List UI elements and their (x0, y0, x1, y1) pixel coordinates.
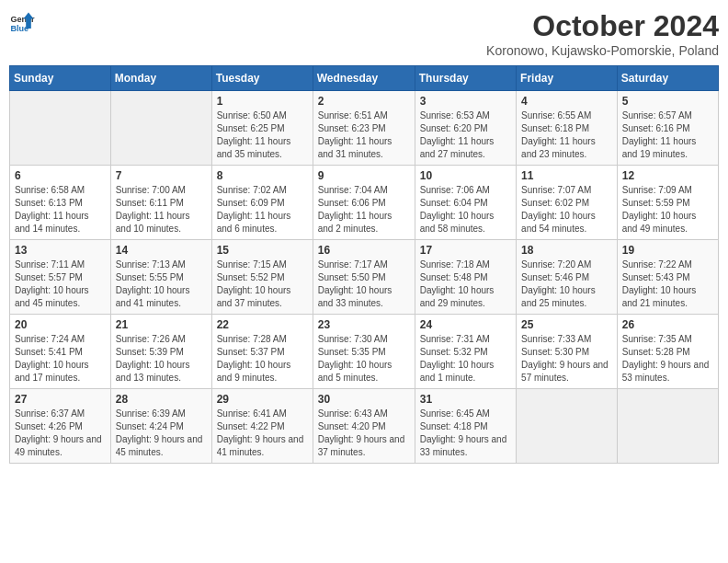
col-header-monday: Monday (110, 66, 211, 91)
col-header-thursday: Thursday (415, 66, 516, 91)
day-number: 30 (318, 393, 410, 406)
day-number: 31 (420, 393, 511, 406)
calendar-cell (10, 91, 111, 166)
calendar-cell: 6Sunrise: 6:58 AMSunset: 6:13 PMDaylight… (10, 166, 111, 240)
calendar-cell (517, 389, 618, 464)
day-info: Sunrise: 7:22 AMSunset: 5:43 PMDaylight:… (622, 259, 713, 310)
calendar-cell: 2Sunrise: 6:51 AMSunset: 6:23 PMDaylight… (313, 91, 415, 166)
calendar-cell: 5Sunrise: 6:57 AMSunset: 6:16 PMDaylight… (617, 91, 718, 166)
day-number: 2 (318, 95, 410, 108)
day-number: 17 (420, 244, 511, 257)
day-number: 21 (116, 318, 207, 331)
month-title: October 2024 (486, 9, 719, 43)
calendar-cell: 29Sunrise: 6:41 AMSunset: 4:22 PMDayligh… (211, 389, 313, 464)
col-header-friday: Friday (517, 66, 618, 91)
day-number: 29 (217, 393, 308, 406)
day-info: Sunrise: 7:02 AMSunset: 6:09 PMDaylight:… (217, 184, 308, 236)
calendar-cell: 13Sunrise: 7:11 AMSunset: 5:57 PMDayligh… (10, 240, 111, 315)
day-number: 27 (15, 393, 106, 406)
title-area: October 2024 Koronowo, Kujawsko-Pomorski… (486, 9, 719, 58)
calendar-cell: 19Sunrise: 7:22 AMSunset: 5:43 PMDayligh… (617, 240, 718, 315)
day-number: 25 (521, 318, 612, 331)
day-number: 23 (318, 318, 410, 331)
day-info: Sunrise: 7:31 AMSunset: 5:32 PMDaylight:… (420, 333, 511, 385)
day-info: Sunrise: 6:43 AMSunset: 4:20 PMDaylight:… (318, 408, 410, 459)
calendar-cell: 3Sunrise: 6:53 AMSunset: 6:20 PMDaylight… (415, 91, 516, 166)
day-number: 28 (116, 393, 207, 406)
day-number: 12 (622, 169, 713, 182)
day-number: 5 (622, 95, 713, 108)
day-info: Sunrise: 6:55 AMSunset: 6:18 PMDaylight:… (521, 109, 612, 161)
calendar-cell (617, 389, 718, 464)
calendar-cell: 26Sunrise: 7:35 AMSunset: 5:28 PMDayligh… (617, 315, 718, 389)
svg-text:Blue: Blue (10, 24, 28, 33)
day-info: Sunrise: 7:09 AMSunset: 5:59 PMDaylight:… (622, 184, 713, 236)
day-info: Sunrise: 7:28 AMSunset: 5:37 PMDaylight:… (217, 333, 308, 385)
day-info: Sunrise: 7:30 AMSunset: 5:35 PMDaylight:… (318, 333, 410, 385)
day-info: Sunrise: 7:00 AMSunset: 6:11 PMDaylight:… (116, 184, 207, 236)
calendar-cell: 27Sunrise: 6:37 AMSunset: 4:26 PMDayligh… (10, 389, 111, 464)
calendar-cell: 10Sunrise: 7:06 AMSunset: 6:04 PMDayligh… (415, 166, 516, 240)
day-info: Sunrise: 6:37 AMSunset: 4:26 PMDaylight:… (15, 408, 106, 459)
week-row-4: 20Sunrise: 7:24 AMSunset: 5:41 PMDayligh… (10, 315, 719, 389)
calendar-cell: 8Sunrise: 7:02 AMSunset: 6:09 PMDaylight… (211, 166, 313, 240)
col-header-wednesday: Wednesday (313, 66, 415, 91)
calendar-table: SundayMondayTuesdayWednesdayThursdayFrid… (9, 65, 719, 464)
day-info: Sunrise: 6:51 AMSunset: 6:23 PMDaylight:… (318, 109, 410, 161)
day-number: 19 (622, 244, 713, 257)
day-number: 4 (521, 95, 612, 108)
calendar-cell: 28Sunrise: 6:39 AMSunset: 4:24 PMDayligh… (110, 389, 211, 464)
calendar-cell: 25Sunrise: 7:33 AMSunset: 5:30 PMDayligh… (517, 315, 618, 389)
day-info: Sunrise: 7:18 AMSunset: 5:48 PMDaylight:… (420, 259, 511, 310)
day-info: Sunrise: 7:26 AMSunset: 5:39 PMDaylight:… (116, 333, 207, 385)
week-row-5: 27Sunrise: 6:37 AMSunset: 4:26 PMDayligh… (10, 389, 719, 464)
day-info: Sunrise: 7:15 AMSunset: 5:52 PMDaylight:… (217, 259, 308, 310)
week-row-1: 1Sunrise: 6:50 AMSunset: 6:25 PMDaylight… (10, 91, 719, 166)
calendar-cell: 16Sunrise: 7:17 AMSunset: 5:50 PMDayligh… (313, 240, 415, 315)
day-info: Sunrise: 6:53 AMSunset: 6:20 PMDaylight:… (420, 109, 511, 161)
calendar-cell: 30Sunrise: 6:43 AMSunset: 4:20 PMDayligh… (313, 389, 415, 464)
calendar-cell: 18Sunrise: 7:20 AMSunset: 5:46 PMDayligh… (517, 240, 618, 315)
logo-icon: General Blue (9, 9, 35, 35)
calendar-cell (110, 91, 211, 166)
day-info: Sunrise: 7:04 AMSunset: 6:06 PMDaylight:… (318, 184, 410, 236)
calendar-cell: 14Sunrise: 7:13 AMSunset: 5:55 PMDayligh… (110, 240, 211, 315)
day-number: 20 (15, 318, 106, 331)
calendar-cell: 20Sunrise: 7:24 AMSunset: 5:41 PMDayligh… (10, 315, 111, 389)
day-info: Sunrise: 6:58 AMSunset: 6:13 PMDaylight:… (15, 184, 106, 236)
day-info: Sunrise: 6:50 AMSunset: 6:25 PMDaylight:… (217, 109, 308, 161)
col-header-saturday: Saturday (617, 66, 718, 91)
day-number: 24 (420, 318, 511, 331)
day-info: Sunrise: 7:33 AMSunset: 5:30 PMDaylight:… (521, 333, 612, 385)
logo: General Blue (9, 9, 35, 35)
day-info: Sunrise: 6:39 AMSunset: 4:24 PMDaylight:… (116, 408, 207, 459)
page-header: General Blue October 2024 Koronowo, Kuja… (9, 9, 719, 58)
day-info: Sunrise: 7:13 AMSunset: 5:55 PMDaylight:… (116, 259, 207, 310)
calendar-cell: 4Sunrise: 6:55 AMSunset: 6:18 PMDaylight… (517, 91, 618, 166)
day-number: 6 (15, 169, 106, 182)
day-number: 3 (420, 95, 511, 108)
day-number: 8 (217, 169, 308, 182)
day-info: Sunrise: 6:41 AMSunset: 4:22 PMDaylight:… (217, 408, 308, 459)
calendar-cell: 24Sunrise: 7:31 AMSunset: 5:32 PMDayligh… (415, 315, 516, 389)
day-info: Sunrise: 7:17 AMSunset: 5:50 PMDaylight:… (318, 259, 410, 310)
day-info: Sunrise: 7:11 AMSunset: 5:57 PMDaylight:… (15, 259, 106, 310)
calendar-cell: 22Sunrise: 7:28 AMSunset: 5:37 PMDayligh… (211, 315, 313, 389)
day-info: Sunrise: 7:20 AMSunset: 5:46 PMDaylight:… (521, 259, 612, 310)
calendar-cell: 23Sunrise: 7:30 AMSunset: 5:35 PMDayligh… (313, 315, 415, 389)
calendar-cell: 7Sunrise: 7:00 AMSunset: 6:11 PMDaylight… (110, 166, 211, 240)
day-number: 22 (217, 318, 308, 331)
calendar-cell: 15Sunrise: 7:15 AMSunset: 5:52 PMDayligh… (211, 240, 313, 315)
day-number: 16 (318, 244, 410, 257)
day-number: 7 (116, 169, 207, 182)
calendar-cell: 21Sunrise: 7:26 AMSunset: 5:39 PMDayligh… (110, 315, 211, 389)
calendar-cell: 9Sunrise: 7:04 AMSunset: 6:06 PMDaylight… (313, 166, 415, 240)
calendar-cell: 12Sunrise: 7:09 AMSunset: 5:59 PMDayligh… (617, 166, 718, 240)
day-info: Sunrise: 6:57 AMSunset: 6:16 PMDaylight:… (622, 109, 713, 161)
day-number: 9 (318, 169, 410, 182)
day-number: 18 (521, 244, 612, 257)
day-info: Sunrise: 7:06 AMSunset: 6:04 PMDaylight:… (420, 184, 511, 236)
day-info: Sunrise: 7:07 AMSunset: 6:02 PMDaylight:… (521, 184, 612, 236)
day-number: 26 (622, 318, 713, 331)
day-info: Sunrise: 7:24 AMSunset: 5:41 PMDaylight:… (15, 333, 106, 385)
